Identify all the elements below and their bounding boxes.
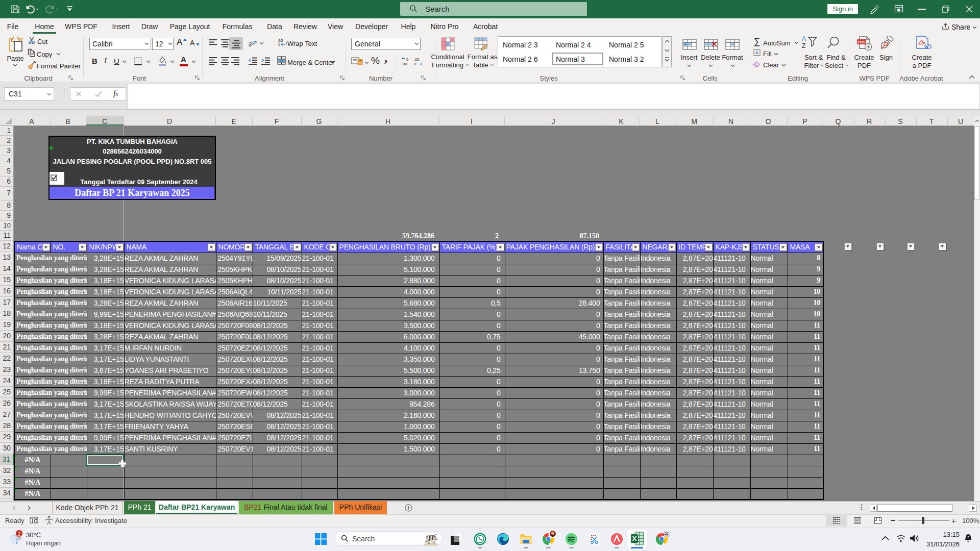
svg-text:.00: .00 xyxy=(402,62,407,66)
svg-text:.00: .00 xyxy=(414,57,419,62)
svg-text:z: z xyxy=(967,535,969,539)
svg-text:PDF: PDF xyxy=(858,40,866,44)
svg-text:ab: ab xyxy=(249,39,255,47)
svg-text:0: 0 xyxy=(414,62,416,66)
svg-text:0: 0 xyxy=(406,57,408,62)
